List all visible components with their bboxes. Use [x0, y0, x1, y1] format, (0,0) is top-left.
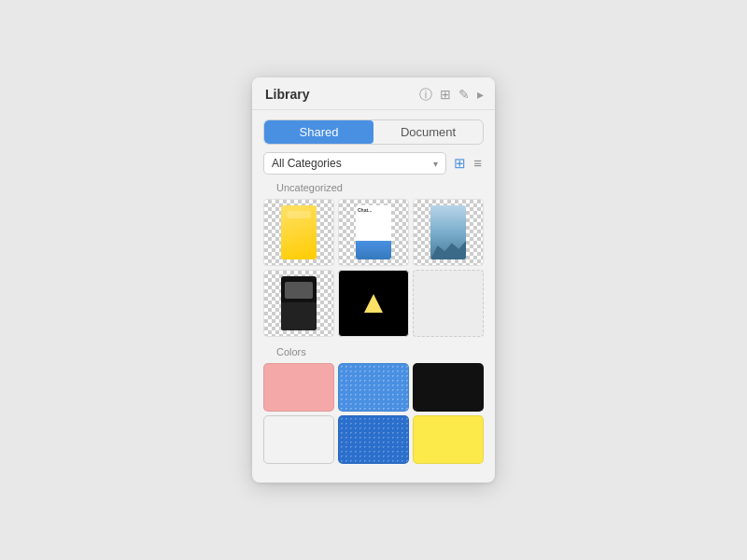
thumbnail-5[interactable]	[338, 270, 409, 337]
thumbnail-2[interactable]	[338, 199, 409, 266]
tab-document[interactable]: Document	[374, 120, 483, 144]
panel-header: Library ⓘ ⊞ ✎ ▸	[252, 77, 495, 110]
swatch-blue2[interactable]	[338, 415, 409, 464]
color-grid	[263, 363, 484, 464]
thumbnail-3[interactable]	[413, 199, 484, 266]
swatch-yellow[interactable]	[413, 415, 484, 464]
grid-view-icon[interactable]: ⊞	[452, 153, 468, 174]
uncategorized-label: Uncategorized	[276, 182, 471, 193]
thumbnail-1[interactable]	[263, 199, 334, 266]
thumbnail-empty	[413, 270, 484, 337]
thumbnail-4[interactable]	[263, 270, 334, 337]
edit-icon[interactable]: ✎	[458, 88, 470, 101]
list-view-icon[interactable]: ≡	[472, 153, 484, 174]
arrow-icon[interactable]: ▸	[477, 88, 484, 101]
folder-icon[interactable]: ⊞	[440, 88, 451, 101]
colors-label: Colors	[276, 346, 471, 357]
tab-shared[interactable]: Shared	[264, 120, 374, 144]
swatch-blue[interactable]	[338, 363, 409, 412]
swatch-black[interactable]	[413, 363, 484, 412]
uncategorized-section: Uncategorized	[263, 182, 484, 337]
library-panel: Library ⓘ ⊞ ✎ ▸ Shared Document All Cate…	[252, 77, 495, 483]
info-icon[interactable]: ⓘ	[419, 88, 432, 101]
category-dropdown[interactable]: All Categories ▾	[263, 152, 446, 175]
view-toggle: ⊞ ≡	[452, 153, 484, 174]
swatch-white[interactable]	[263, 415, 334, 464]
uncategorized-grid	[263, 199, 484, 337]
panel-title: Library	[265, 87, 309, 102]
tab-bar: Shared Document	[263, 119, 484, 145]
dropdown-row: All Categories ▾ ⊞ ≡	[263, 152, 484, 175]
dropdown-value: All Categories	[272, 157, 342, 170]
colors-section: Colors	[263, 346, 484, 464]
header-icons: ⓘ ⊞ ✎ ▸	[419, 88, 484, 101]
swatch-pink[interactable]	[263, 363, 334, 412]
dropdown-arrow-icon: ▾	[433, 159, 438, 169]
